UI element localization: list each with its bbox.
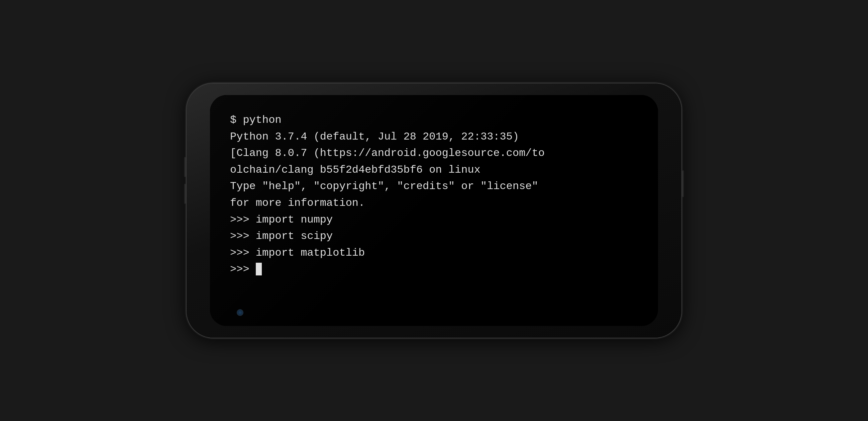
terminal-line-5: Type "help", "copyright", "credits" or "… [230,178,638,195]
terminal-line-2: Python 3.7.4 (default, Jul 28 2019, 22:3… [230,129,638,145]
terminal-line-3: [Clang 8.0.7 (https://android.googlesour… [230,145,638,162]
power-button [682,170,684,197]
front-camera [237,309,243,316]
phone-body: $ python Python 3.7.4 (default, Jul 28 2… [187,83,681,338]
terminal-prompt: >>> [230,263,256,275]
terminal-display: $ python Python 3.7.4 (default, Jul 28 2… [210,95,658,326]
phone-wrapper: $ python Python 3.7.4 (default, Jul 28 2… [187,26,681,395]
terminal-line-6: for more information. [230,195,638,212]
terminal-line-7: >>> import numpy [230,212,638,228]
phone-screen: $ python Python 3.7.4 (default, Jul 28 2… [210,95,658,326]
volume-down-button [184,184,186,204]
terminal-line-9: >>> import matplotlib [230,245,638,261]
terminal-cursor [256,263,262,275]
terminal-line-4: olchain/clang b55f2d4ebfd35bf6 on linux [230,162,638,178]
terminal-prompt-line: >>> [230,261,638,278]
terminal-line-1: $ python [230,112,638,129]
terminal-line-8: >>> import scipy [230,228,638,245]
volume-up-button [184,157,186,177]
